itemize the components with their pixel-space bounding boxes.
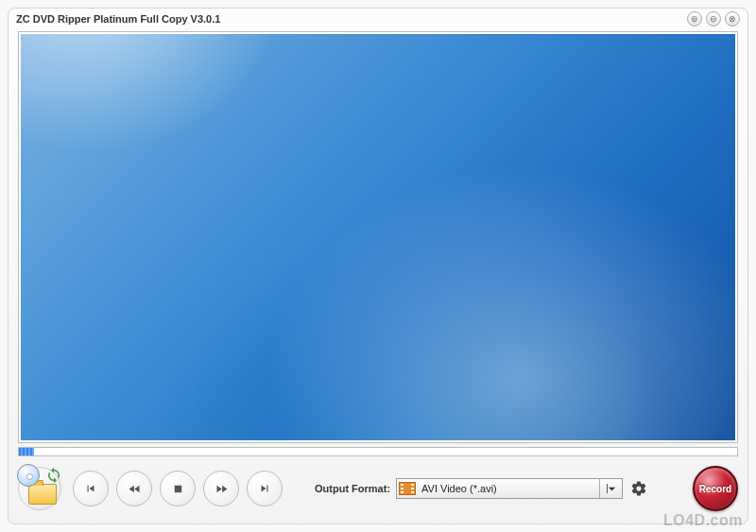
folder-icon [28, 484, 57, 505]
open-disc-button[interactable] [18, 467, 61, 510]
refresh-arrows-icon [45, 467, 62, 484]
record-label: Record [699, 484, 731, 494]
stop-icon [171, 482, 185, 496]
output-format-select[interactable]: AVI Video (*.avi) [396, 478, 623, 499]
svg-rect-0 [174, 485, 181, 492]
video-preview-frame [18, 31, 738, 443]
fast-forward-icon [215, 482, 229, 496]
fast-forward-button[interactable] [203, 471, 239, 506]
rewind-icon [128, 482, 142, 496]
next-button[interactable] [247, 471, 283, 506]
controls-row: Output Format: AVI Video (*.avi) Record [18, 462, 738, 515]
watermark: LO4D.com [663, 512, 743, 529]
minimize-icon: ⊖ [710, 15, 717, 24]
filmstrip-icon [399, 482, 416, 495]
window-title: ZC DVD Ripper Platinum Full Copy V3.0.1 [16, 13, 683, 25]
close-icon: ⊗ [729, 15, 736, 24]
disc-icon [17, 464, 40, 487]
settings-button[interactable] [628, 478, 649, 499]
titlebar: ZC DVD Ripper Platinum Full Copy V3.0.1 … [9, 9, 747, 29]
stop-button[interactable] [160, 471, 196, 506]
chevron-down-icon [608, 485, 616, 493]
close-button[interactable]: ⊗ [725, 11, 740, 26]
skip-prev-icon [84, 482, 97, 495]
minimize-button[interactable]: ⊖ [706, 11, 721, 26]
video-preview[interactable] [21, 34, 735, 440]
dropdown-toggle[interactable] [599, 479, 620, 498]
progress-bar[interactable] [18, 447, 738, 456]
app-window: ZC DVD Ripper Platinum Full Copy V3.0.1 … [8, 8, 748, 524]
help-icon: ⊜ [691, 15, 698, 24]
output-format-value: AVI Video (*.avi) [421, 483, 599, 494]
output-format-label: Output Format: [315, 483, 390, 494]
rewind-button[interactable] [116, 471, 152, 506]
progress-fill [19, 448, 34, 455]
gear-icon [630, 480, 647, 497]
help-button[interactable]: ⊜ [687, 11, 702, 26]
record-button[interactable]: Record [693, 466, 738, 511]
previous-button[interactable] [73, 471, 109, 506]
skip-next-icon [258, 482, 271, 495]
